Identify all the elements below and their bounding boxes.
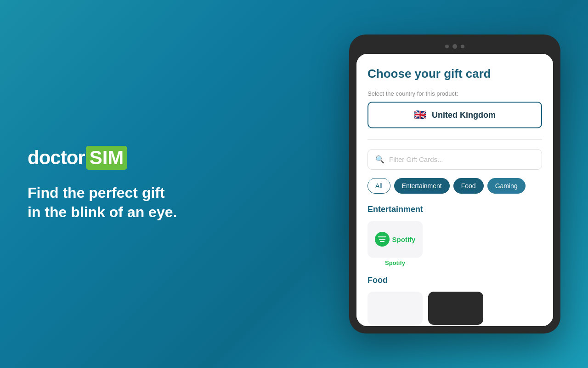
food-card-1[interactable]	[368, 292, 423, 325]
spotify-logo: Spotify	[375, 232, 416, 247]
tablet-wrapper: Choose your gift card Select the country…	[349, 34, 560, 334]
spotify-label: Spotify	[385, 259, 405, 266]
tab-gaming[interactable]: Gaming	[487, 178, 526, 194]
country-label: Select the country for this product:	[368, 90, 542, 97]
logo-sim-text: SIM	[86, 146, 128, 170]
country-name: United Kingdom	[432, 110, 496, 120]
tab-food[interactable]: Food	[453, 178, 484, 194]
camera-dot-1	[445, 45, 449, 48]
entertainment-cards: Spotify Spotify	[368, 221, 542, 266]
left-panel: doctor SIM Find the perfect gift in the …	[28, 146, 177, 222]
tagline-line2: in the blink of an eye.	[28, 203, 177, 222]
country-selector[interactable]: 🇬🇧 United Kingdom	[368, 102, 542, 128]
page-title: Choose your gift card	[368, 67, 542, 81]
spotify-text: Spotify	[392, 236, 416, 243]
tablet-device: Choose your gift card Select the country…	[349, 34, 560, 334]
spotify-bar-2	[379, 239, 385, 240]
camera-dot-3	[461, 45, 464, 48]
food-card-2[interactable]	[428, 292, 483, 325]
tab-all[interactable]: All	[368, 178, 390, 194]
divider	[368, 139, 542, 140]
camera-dot-main	[452, 44, 457, 49]
tab-entertainment[interactable]: Entertainment	[394, 178, 450, 194]
spotify-bar-1	[378, 236, 386, 237]
search-bar[interactable]: 🔍 Filter Gift Cards...	[368, 149, 542, 170]
spotify-bars	[378, 236, 386, 242]
logo-doctor-text: doctor	[28, 147, 85, 169]
tagline-line1: Find the perfect gift	[28, 184, 177, 203]
spotify-circle	[375, 232, 390, 247]
spotify-card[interactable]: Spotify	[368, 221, 423, 258]
tablet-camera-bar	[356, 42, 553, 51]
food-section: Food	[368, 276, 542, 325]
tablet-screen: Choose your gift card Select the country…	[356, 54, 553, 326]
search-icon: 🔍	[375, 155, 384, 164]
search-placeholder: Filter Gift Cards...	[389, 155, 443, 163]
section-entertainment-title: Entertainment	[368, 205, 542, 214]
tagline: Find the perfect gift in the blink of an…	[28, 184, 177, 222]
logo: doctor SIM	[28, 146, 177, 170]
country-flag: 🇬🇧	[414, 109, 426, 121]
section-food-title: Food	[368, 276, 542, 285]
app-content: Choose your gift card Select the country…	[356, 54, 553, 326]
filter-tabs: All Entertainment Food Gaming	[368, 178, 542, 194]
spotify-bar-3	[380, 241, 384, 242]
card-item-spotify[interactable]: Spotify Spotify	[368, 221, 423, 266]
food-cards	[368, 292, 542, 325]
